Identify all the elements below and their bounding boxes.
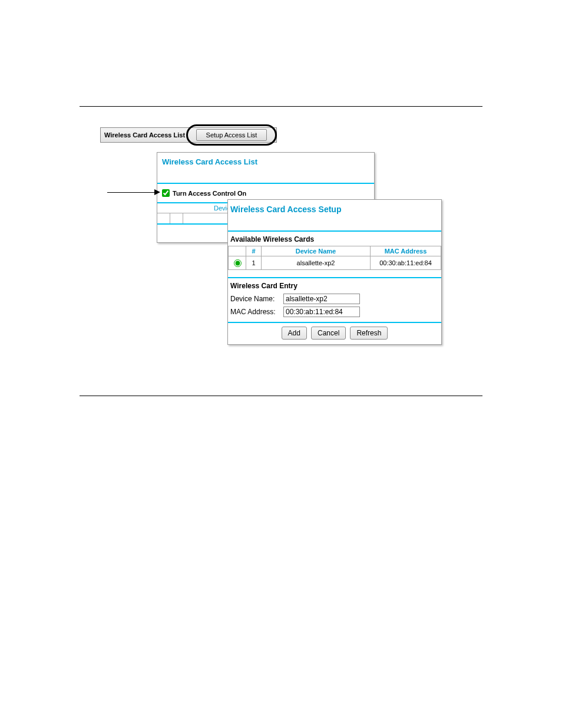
turn-access-control-checkbox[interactable] <box>162 189 170 197</box>
setup-access-list-highlight: Setup Access List <box>186 124 277 146</box>
col-select <box>229 246 246 256</box>
device-name-input[interactable] <box>283 294 360 304</box>
cancel-button[interactable]: Cancel <box>311 327 346 340</box>
table-row: 1 alsallette-xp2 00:30:ab:11:ed:84 <box>229 256 441 270</box>
col-number: # <box>246 246 262 256</box>
device-name-row: Device Name: <box>228 292 441 305</box>
row-device-cell: alsallette-xp2 <box>262 256 371 270</box>
access-list-panel-title: Wireless Card Access List <box>157 153 374 183</box>
col-device-name: Device Name <box>262 246 371 256</box>
turn-access-control-label: Turn Access Control On <box>173 190 246 197</box>
add-button[interactable]: Add <box>282 327 307 340</box>
table-header-row: # Device Name MAC Address <box>229 246 441 256</box>
select-card-radio[interactable] <box>234 259 242 267</box>
mac-address-input[interactable] <box>283 307 360 317</box>
card-entry-header: Wireless Card Entry <box>228 278 441 292</box>
available-cards-header: Available Wireless Cards <box>228 232 441 246</box>
footer-rule <box>80 396 482 396</box>
setup-access-list-button[interactable]: Setup Access List <box>196 129 267 141</box>
access-setup-title: Wireless Card Access Setup <box>228 200 441 230</box>
device-name-label: Device Name: <box>230 295 281 303</box>
row-radio-cell <box>229 256 246 270</box>
annotation-arrow-line <box>107 192 156 193</box>
mac-address-label: MAC Address: <box>230 308 281 316</box>
access-list-bar-label: Wireless Card Access List <box>104 131 185 139</box>
access-setup-panel: Wireless Card Access Setup Available Wir… <box>227 199 442 345</box>
button-row: Add Cancel Refresh <box>228 323 441 344</box>
col-mac-address: MAC Address <box>371 246 441 256</box>
mac-address-row: MAC Address: <box>228 305 441 318</box>
available-cards-table: # Device Name MAC Address 1 alsallette-x… <box>228 246 441 270</box>
row-num-cell: 1 <box>246 256 262 270</box>
refresh-button[interactable]: Refresh <box>350 327 388 340</box>
header-rule <box>80 106 482 107</box>
row-mac-cell: 00:30:ab:11:ed:84 <box>371 256 441 270</box>
annotation-arrow-head-icon <box>154 189 160 195</box>
